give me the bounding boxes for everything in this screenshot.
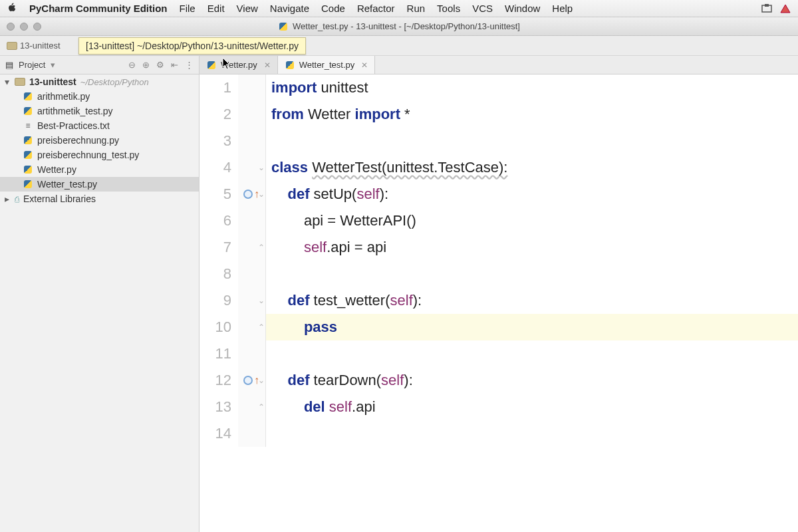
path-tooltip: [13-unittest] ~/Desktop/Python/13-unitte… bbox=[78, 37, 306, 55]
line-number[interactable]: 3 bbox=[200, 128, 231, 154]
line-number[interactable]: 12 bbox=[200, 367, 231, 394]
breadcrumb[interactable]: 13-unittest bbox=[7, 41, 61, 51]
mouse-cursor-icon bbox=[222, 57, 233, 70]
menu-navigate[interactable]: Navigate bbox=[270, 3, 309, 14]
line-number[interactable]: 5 bbox=[200, 181, 231, 207]
code-line[interactable]: api = WetterAPI() bbox=[271, 207, 798, 234]
hide-icon[interactable]: ⇤ bbox=[171, 60, 178, 70]
fold-handle-icon[interactable]: ⌃ bbox=[258, 394, 265, 420]
fold-handle-icon[interactable]: ⌄ bbox=[258, 367, 265, 394]
locate-icon[interactable]: ⊕ bbox=[142, 60, 150, 70]
apple-icon[interactable] bbox=[7, 2, 17, 15]
tree-file[interactable]: Best-Practices.txt bbox=[0, 118, 199, 133]
python-file-icon bbox=[23, 106, 33, 116]
tree-root[interactable]: ▾ 13-unittest ~/Desktop/Python bbox=[0, 74, 199, 89]
menu-tools[interactable]: Tools bbox=[437, 3, 460, 14]
override-gutter-icon[interactable]: ↑ bbox=[243, 181, 259, 207]
menu-view[interactable]: View bbox=[237, 3, 258, 14]
code-line[interactable]: self.api = api bbox=[271, 234, 798, 261]
folder-icon bbox=[7, 41, 17, 51]
menu-file[interactable]: File bbox=[180, 3, 196, 14]
line-number[interactable]: 11 bbox=[200, 340, 231, 367]
tree-external-libraries[interactable]: ▸ External Libraries bbox=[0, 192, 199, 206]
code-line[interactable]: class WetterTest(unittest.TestCase): bbox=[271, 154, 798, 181]
line-number[interactable]: 10 bbox=[200, 314, 231, 340]
main-area: ▾ 13-unittest ~/Desktop/Python arithmeti… bbox=[0, 74, 798, 532]
menu-window[interactable]: Window bbox=[505, 3, 540, 14]
line-number[interactable]: 13 bbox=[200, 394, 231, 420]
menu-refactor[interactable]: Refactor bbox=[357, 3, 395, 14]
code-line[interactable]: def setUp(self): bbox=[271, 181, 798, 207]
tree-root-path: ~/Desktop/Python bbox=[80, 77, 149, 87]
line-number[interactable]: 9 bbox=[200, 287, 231, 314]
code-line[interactable]: del self.api bbox=[271, 394, 798, 420]
menu-help[interactable]: Help bbox=[552, 3, 573, 14]
more-icon[interactable]: ⋮ bbox=[185, 60, 194, 70]
code-line[interactable]: def test_wetter(self): bbox=[271, 287, 798, 314]
menu-vcs[interactable]: VCS bbox=[472, 3, 493, 14]
code-line[interactable]: def tearDown(self): bbox=[271, 367, 798, 394]
fold-handle-icon[interactable]: ⌃ bbox=[258, 314, 265, 340]
code-line[interactable] bbox=[271, 420, 798, 447]
close-tab-icon[interactable]: ✕ bbox=[264, 61, 271, 70]
app-name: PyCharm Community Edition bbox=[29, 3, 168, 14]
tree-file-label: Wetter.py bbox=[37, 164, 76, 175]
line-number[interactable]: 1 bbox=[200, 74, 231, 101]
tab-wetter-test[interactable]: Wetter_test.py ✕ bbox=[278, 56, 376, 74]
line-number[interactable]: 2 bbox=[200, 101, 231, 128]
line-number[interactable]: 7 bbox=[200, 234, 231, 261]
fold-handle-icon[interactable]: ⌄ bbox=[258, 287, 265, 314]
menu-run[interactable]: Run bbox=[407, 3, 426, 14]
fold-handle-icon[interactable]: ⌄ bbox=[258, 181, 265, 207]
code-line[interactable]: from Wetter import * bbox=[271, 101, 798, 128]
code-line[interactable] bbox=[271, 261, 798, 287]
code-line[interactable] bbox=[271, 340, 798, 367]
collapse-all-icon[interactable]: ⊖ bbox=[128, 60, 136, 70]
python-file-icon bbox=[23, 91, 33, 102]
tab-wetter[interactable]: Wetter.py ✕ bbox=[200, 56, 278, 74]
tree-file[interactable]: preisberechnung_test.py bbox=[0, 148, 199, 162]
tree-file[interactable]: arithmetik.py bbox=[0, 89, 199, 104]
gutter-marks[interactable]: ⌄↑⌄⌃⌄⌃↑⌄⌃ bbox=[238, 74, 266, 447]
project-view-icon[interactable]: ▤ bbox=[5, 60, 13, 70]
tab-label: Wetter_test.py bbox=[299, 60, 355, 70]
breadcrumb-bar: 13-unittest [13-unittest] ~/Desktop/Pyth… bbox=[0, 36, 798, 56]
tree-file[interactable]: Wetter.py bbox=[0, 162, 199, 177]
code-editor[interactable]: 1234567891011121314 ⌄↑⌄⌃⌄⌃↑⌄⌃ import uni… bbox=[200, 74, 798, 532]
override-gutter-icon[interactable]: ↑ bbox=[243, 367, 259, 394]
line-number[interactable]: 8 bbox=[200, 261, 231, 287]
python-file-icon bbox=[285, 60, 295, 70]
code-area[interactable]: import unittestfrom Wetter import *class… bbox=[266, 74, 798, 447]
menu-edit[interactable]: Edit bbox=[207, 3, 225, 14]
line-number-gutter[interactable]: 1234567891011121314 bbox=[200, 74, 238, 447]
project-label[interactable]: Project bbox=[19, 60, 45, 70]
project-tree[interactable]: ▾ 13-unittest ~/Desktop/Python arithmeti… bbox=[0, 74, 200, 532]
svg-rect-1 bbox=[765, 4, 769, 7]
tree-file[interactable]: preisberechnung.py bbox=[0, 133, 199, 148]
disclosure-triangle-icon[interactable]: ▸ bbox=[3, 194, 11, 204]
window-titlebar: Wetter_test.py - 13-unittest - [~/Deskto… bbox=[0, 17, 798, 36]
tree-file-label: preisberechnung_test.py bbox=[37, 150, 139, 160]
settings-gear-icon[interactable]: ⚙ bbox=[156, 60, 164, 70]
disclosure-triangle-icon[interactable]: ▾ bbox=[3, 76, 11, 87]
code-line[interactable] bbox=[271, 128, 798, 154]
dropdown-icon[interactable]: ▾ bbox=[51, 60, 55, 70]
folder-icon bbox=[15, 76, 25, 87]
tray-icon[interactable] bbox=[761, 3, 773, 14]
toolbar: ▤ Project ▾ ⊖ ⊕ ⚙ ⇤ ⋮ Wetter.py ✕ Wetter… bbox=[0, 56, 798, 74]
python-file-icon bbox=[23, 135, 33, 146]
code-line[interactable]: pass bbox=[271, 314, 798, 340]
tray-icon[interactable] bbox=[779, 3, 791, 14]
fold-handle-icon[interactable]: ⌃ bbox=[258, 234, 265, 261]
close-tab-icon[interactable]: ✕ bbox=[361, 61, 368, 70]
line-number[interactable]: 14 bbox=[200, 420, 231, 447]
tree-file[interactable]: artithmetik_test.py bbox=[0, 104, 199, 118]
line-number[interactable]: 6 bbox=[200, 207, 231, 234]
code-line[interactable]: import unittest bbox=[271, 74, 798, 101]
line-number[interactable]: 4 bbox=[200, 154, 231, 181]
menu-code[interactable]: Code bbox=[321, 3, 345, 14]
fold-handle-icon[interactable]: ⌄ bbox=[258, 154, 265, 181]
project-tool-header: ▤ Project ▾ ⊖ ⊕ ⚙ ⇤ ⋮ bbox=[0, 56, 200, 74]
tree-file[interactable]: Wetter_test.py bbox=[0, 177, 199, 192]
tree-file-label: Wetter_test.py bbox=[37, 179, 97, 190]
